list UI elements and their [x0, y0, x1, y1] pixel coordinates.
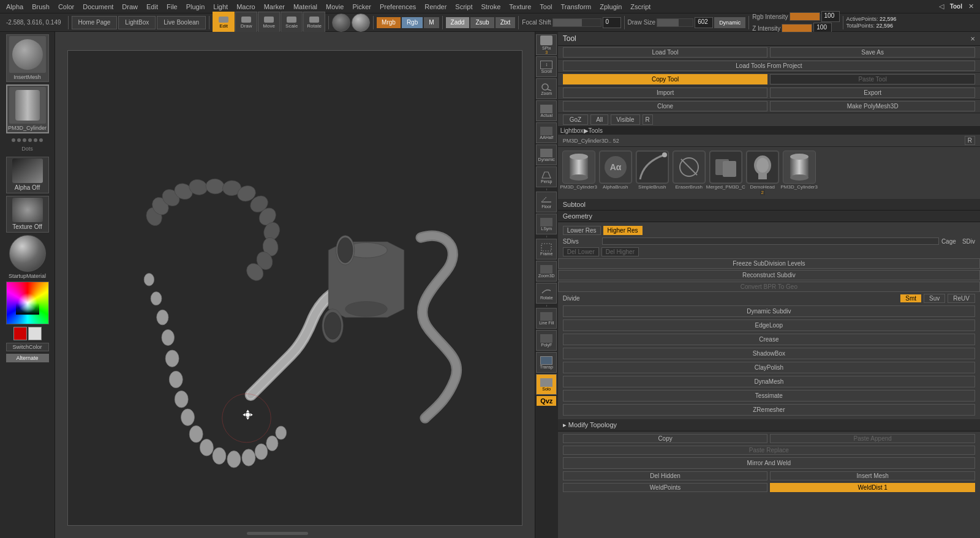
weld-dist-btn[interactable]: WeldDist 1	[770, 483, 975, 492]
rotate-btn[interactable]: Rotate	[303, 12, 325, 34]
dynamic-btn[interactable]: Dynamic	[714, 17, 745, 28]
freeze-subdiv-btn[interactable]: Freeze SubDivision Levels	[558, 258, 980, 269]
canvas-area[interactable]	[55, 32, 535, 538]
zoom3d-btn[interactable]: Zoom3D	[536, 261, 557, 282]
main-color-swatch[interactable]	[13, 327, 27, 340]
menu-document[interactable]: Document	[79, 2, 117, 12]
copy-btn[interactable]: Copy	[563, 434, 768, 443]
reuv-btn[interactable]: ReUV	[948, 294, 975, 303]
texture-off-btn[interactable]: Texture Off	[6, 196, 49, 233]
actual-btn[interactable]: Actual	[536, 100, 557, 121]
secondary-color-swatch[interactable]	[28, 327, 42, 340]
live-boolean-btn[interactable]: Live Boolean	[157, 16, 206, 29]
mrgb-btn[interactable]: Mrgb	[377, 17, 401, 28]
menu-render[interactable]: Render	[421, 2, 450, 12]
z-intensity-slider[interactable]	[782, 24, 812, 32]
menu-brush[interactable]: Brush	[28, 2, 53, 12]
menu-transform[interactable]: Transform	[557, 2, 595, 12]
del-higher-btn[interactable]: Del Higher	[601, 247, 639, 256]
export-btn[interactable]: Export	[770, 88, 975, 98]
menu-texture[interactable]: Texture	[505, 2, 535, 12]
m-btn[interactable]: M	[424, 17, 439, 28]
goz-btn[interactable]: GoZ	[563, 114, 588, 125]
lightbox-btn[interactable]: LightBox	[118, 16, 156, 29]
paste-replace-btn[interactable]: Paste Replace	[563, 446, 975, 455]
qvz-btn[interactable]: Qvz	[537, 396, 556, 406]
tool-grid-merged[interactable]: Merged_PM3D_C	[709, 151, 743, 195]
save-as-btn[interactable]: Save As	[770, 47, 975, 58]
color-swatch[interactable]	[6, 282, 49, 324]
menu-macro[interactable]: Macro	[233, 2, 259, 12]
load-tools-btn[interactable]: Load Tools From Project	[563, 61, 975, 71]
polyf-btn[interactable]: PolyF	[536, 330, 557, 351]
crease-btn[interactable]: Crease	[563, 334, 975, 345]
ztxt-btn[interactable]: Ztxt	[496, 17, 516, 28]
lower-res-btn[interactable]: Lower Res	[563, 226, 601, 235]
tool-grid-pm3d-cyl3[interactable]: PM3D_Cylinder3	[562, 151, 596, 195]
make-polymesh-btn[interactable]: Make PolyMesh3D	[770, 101, 975, 111]
edit-btn[interactable]: Edit	[213, 12, 235, 34]
horizontal-scrollbar[interactable]	[247, 532, 308, 535]
tool-grid-eraserbrush[interactable]: EraserBrush	[672, 151, 706, 195]
alpha-off-btn[interactable]: Alpha Off	[6, 157, 49, 193]
geometry-header[interactable]: Geometry	[558, 211, 980, 222]
visible-btn[interactable]: Visible	[611, 114, 639, 125]
color-swatch-container[interactable]	[6, 282, 49, 324]
menu-file[interactable]: File	[163, 2, 181, 12]
startup-material-sphere[interactable]	[9, 235, 46, 272]
menu-zplugin[interactable]: Zplugin	[596, 2, 625, 12]
rotate3d-btn[interactable]: Rotate	[536, 283, 557, 304]
insert-mesh-thumb[interactable]: InsertMesh	[6, 34, 49, 82]
panel-close-btn[interactable]: ✕	[965, 1, 978, 12]
del-hidden-btn[interactable]: Del Hidden	[563, 471, 768, 480]
zsub-btn[interactable]: Zsub	[470, 17, 494, 28]
import-btn[interactable]: Import	[563, 88, 768, 98]
menu-alpha[interactable]: Alpha	[2, 2, 27, 12]
persp-btn[interactable]: Persp	[536, 166, 557, 187]
spix-btn[interactable]: SPix 3	[536, 34, 557, 55]
dynamesh-btn[interactable]: DynaMesh	[563, 376, 975, 387]
linefill-btn[interactable]: Line Fill	[536, 308, 557, 329]
insert-mesh-modify-btn[interactable]: Insert Mesh	[770, 471, 975, 480]
rgb-btn[interactable]: Rgb	[402, 17, 423, 28]
paste-tool-btn[interactable]: Paste Tool	[770, 74, 975, 84]
tool-grid-pm3d-cyl3b[interactable]: PM3D_Cylinder3	[782, 151, 816, 195]
tool-grid-alphabrush[interactable]: Aα AlphaBrush	[598, 151, 633, 195]
tool-grid-simplebrush[interactable]: SimpleBrush	[635, 151, 669, 195]
switch-color-btn[interactable]: SwitchColor	[6, 343, 49, 351]
subtool-header[interactable]: Subtool	[558, 199, 980, 211]
focal-value[interactable]: 0	[603, 17, 621, 28]
draw-btn[interactable]: Draw	[235, 12, 257, 34]
panel-close-icon[interactable]: ✕	[970, 35, 975, 42]
menu-script[interactable]: Script	[451, 2, 476, 12]
suv-btn[interactable]: Suv	[924, 294, 945, 303]
zadd-btn[interactable]: Zadd	[446, 17, 470, 28]
focal-slider[interactable]	[552, 18, 601, 27]
dynamic-btn-right[interactable]: Dynamic	[536, 144, 557, 165]
scroll-btn[interactable]: ↕ Scroll	[536, 56, 557, 77]
material-sphere-btn[interactable]	[332, 13, 350, 32]
load-tool-btn[interactable]: Load Tool	[563, 47, 768, 58]
paste-append-btn[interactable]: Paste Append	[770, 434, 975, 443]
dynamic-subdiv-btn[interactable]: Dynamic Subdiv	[563, 305, 975, 317]
sdiv-slider[interactable]	[602, 237, 939, 245]
menu-light[interactable]: Light	[209, 2, 232, 12]
menu-plugin[interactable]: Plugin	[183, 2, 209, 12]
menu-color[interactable]: Color	[55, 2, 78, 12]
pm3d-cylinder-thumb[interactable]: PM3D_Cylinder	[6, 84, 49, 133]
rgb-intensity-slider[interactable]	[790, 12, 820, 21]
menu-material[interactable]: Material	[290, 2, 321, 12]
menu-zscript[interactable]: Zscript	[627, 2, 654, 12]
all-btn[interactable]: All	[590, 114, 608, 125]
scale-btn[interactable]: Scale	[281, 12, 303, 34]
menu-tool[interactable]: Tool	[536, 2, 556, 12]
zremesher-btn[interactable]: ZRemesher	[563, 404, 975, 416]
menu-preferences[interactable]: Preferences	[376, 2, 420, 12]
convert-bpr-btn[interactable]: Convert BPR To Geo	[558, 282, 980, 292]
weld-points-btn[interactable]: WeldPoints	[563, 483, 768, 492]
edgeloop-btn[interactable]: EdgeLoop	[563, 319, 975, 331]
smt-btn[interactable]: Smt	[900, 294, 921, 302]
claypolish-btn[interactable]: ClayPolish	[563, 362, 975, 373]
menu-edit[interactable]: Edit	[143, 2, 162, 12]
move-btn[interactable]: Move	[258, 12, 280, 34]
